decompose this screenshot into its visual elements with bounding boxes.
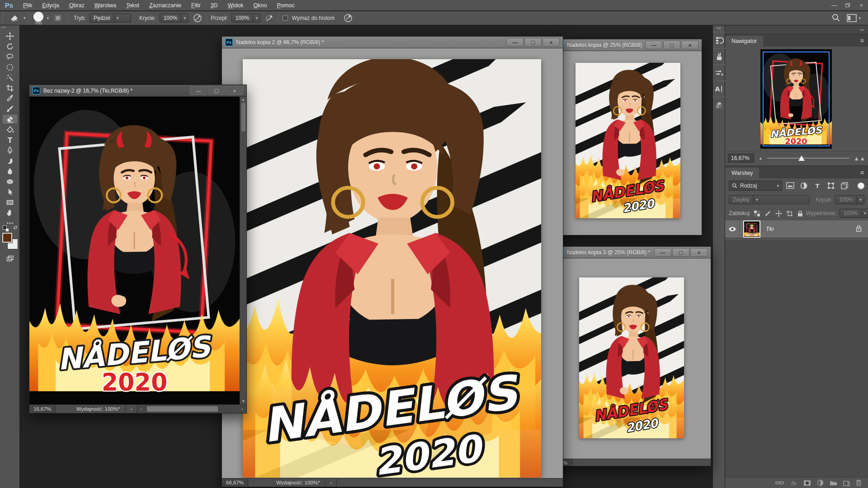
pixel-layer-filter-icon[interactable] bbox=[785, 181, 796, 191]
color-wheel-icon[interactable] bbox=[713, 97, 726, 113]
tool-elliptical-marquee[interactable] bbox=[2, 62, 18, 72]
status-options-arrow[interactable]: › bbox=[326, 479, 337, 487]
opacity-dropdown[interactable]: 100%▾ bbox=[160, 14, 189, 23]
layer-name[interactable]: Tło bbox=[766, 226, 774, 232]
scroll-down-arrow[interactable]: ▲ bbox=[241, 399, 245, 404]
tool-rotate-view[interactable] bbox=[2, 41, 18, 52]
search-icon[interactable] bbox=[831, 13, 840, 23]
link-icon[interactable] bbox=[775, 480, 784, 486]
layer-row-tlo[interactable]: Tło bbox=[725, 220, 868, 238]
layer-thumbnail[interactable] bbox=[743, 221, 760, 238]
app-minimize-button[interactable]: — bbox=[827, 0, 841, 10]
document-window-nadelos-kopia[interactable]: Ps Nadelos kopia @ 25% (RGB/8) * — ▢ × bbox=[552, 39, 702, 235]
type-filter-icon[interactable]: T bbox=[812, 181, 823, 191]
maximize-button[interactable]: ▢ bbox=[524, 38, 542, 47]
lock-all-icon[interactable] bbox=[797, 210, 803, 217]
tool-blur[interactable] bbox=[2, 166, 18, 176]
tool-lasso[interactable] bbox=[2, 52, 18, 62]
canvas-pasteboard[interactable] bbox=[553, 258, 711, 459]
app-close-button[interactable]: × bbox=[854, 0, 868, 10]
scrollbar-thumb[interactable] bbox=[147, 406, 217, 412]
scrollbar-thumb[interactable] bbox=[241, 103, 245, 131]
adjustment-layer-icon[interactable] bbox=[817, 479, 824, 486]
menu-plik[interactable]: Plik bbox=[18, 1, 37, 10]
options-gripper[interactable] bbox=[3, 14, 5, 23]
shape-filter-icon[interactable] bbox=[826, 181, 836, 191]
document-window-bez-nazwy-2[interactable]: Ps Bez nazwy-2 @ 16,7% (Tło,RGB/8) * — ▢… bbox=[29, 84, 247, 413]
menu-pomoc[interactable]: Pomoc bbox=[272, 1, 299, 10]
canvas-pasteboard[interactable] bbox=[553, 51, 702, 235]
menu-warstwa[interactable]: Warstwa bbox=[90, 1, 121, 10]
tool-brush[interactable] bbox=[2, 103, 18, 114]
navigator-zoom-field[interactable]: 16,67% bbox=[728, 154, 754, 163]
horizontal-scrollbar[interactable]: ‹ › bbox=[137, 405, 246, 413]
menu-widok[interactable]: Widok bbox=[223, 1, 249, 10]
delete-layer-icon[interactable] bbox=[856, 479, 862, 486]
canvas-pasteboard[interactable] bbox=[222, 48, 563, 478]
zoom-level[interactable]: 66,67% bbox=[222, 479, 248, 487]
foreground-color-swatch[interactable] bbox=[2, 233, 12, 243]
tool-smudge[interactable] bbox=[2, 155, 18, 166]
pressure-opacity-icon[interactable] bbox=[192, 13, 203, 23]
menu-zaznaczanie[interactable]: Zaznaczanie bbox=[144, 1, 186, 10]
scroll-left-arrow[interactable]: ‹ bbox=[137, 405, 145, 413]
workspace-switcher-icon[interactable]: ▾ bbox=[847, 14, 861, 22]
tab-warstwy[interactable]: Warstwy bbox=[725, 168, 759, 178]
lock-position-icon[interactable] bbox=[775, 210, 782, 217]
tool-sponge[interactable] bbox=[2, 176, 18, 187]
document-window-nadelos-kopia-3[interactable]: Ps Nadelos kopia 3 @ 25% (RGB/8) * — ▢ ×… bbox=[552, 246, 711, 466]
document-window-nadelos-kopia-2[interactable]: Ps Nadelos kopia 2 @ 66,7% (RGB/8) * — ▢… bbox=[222, 36, 563, 487]
adjustment-filter-icon[interactable] bbox=[798, 181, 809, 191]
layer-opacity-dropdown[interactable]: 100%▾ bbox=[835, 195, 864, 204]
artwork-canvas[interactable] bbox=[579, 277, 684, 438]
minimize-button[interactable]: — bbox=[190, 86, 207, 95]
brush-preview-icon[interactable]: 700 bbox=[33, 11, 43, 25]
window-title-bar[interactable]: Ps Nadelos kopia 3 @ 25% (RGB/8) * — ▢ × bbox=[553, 247, 711, 258]
panel-menu-icon[interactable]: ≡ bbox=[856, 37, 868, 44]
flow-dropdown[interactable]: 100%▾ bbox=[231, 14, 261, 23]
blend-mode-dropdown[interactable]: Zwykły▾ bbox=[729, 195, 810, 204]
canvas[interactable] bbox=[29, 97, 240, 404]
tool-move[interactable] bbox=[2, 31, 18, 41]
mode-dropdown[interactable]: Pędzel▾ bbox=[90, 14, 131, 23]
airbrush-icon[interactable] bbox=[264, 13, 275, 23]
minimize-button[interactable]: — bbox=[654, 248, 671, 257]
lock-paint-icon[interactable] bbox=[764, 210, 771, 217]
slider-thumb[interactable] bbox=[798, 155, 805, 161]
menu-3d[interactable]: 3D bbox=[206, 1, 223, 10]
maximize-button[interactable]: ▢ bbox=[208, 86, 225, 95]
color-swatches[interactable]: ⇄ bbox=[2, 231, 18, 249]
smart-object-filter-icon[interactable] bbox=[839, 181, 850, 191]
navigator-zoom-slider[interactable] bbox=[767, 155, 849, 161]
tool-rectangle[interactable] bbox=[2, 197, 18, 207]
lock-artboard-icon[interactable] bbox=[786, 210, 793, 217]
brush-settings-icon[interactable] bbox=[713, 64, 726, 80]
navigator-thumbnail[interactable] bbox=[760, 49, 832, 149]
window-title-bar[interactable]: Ps Bez nazwy-2 @ 16,7% (Tło,RGB/8) * — ▢… bbox=[29, 85, 246, 97]
eraser-preset-icon[interactable] bbox=[9, 13, 20, 23]
toggle-brush-panel-icon[interactable] bbox=[52, 13, 63, 23]
history-icon[interactable] bbox=[713, 32, 726, 48]
window-title-bar[interactable]: Ps Nadelos kopia @ 25% (RGB/8) * — ▢ × bbox=[553, 39, 702, 51]
panel-menu-icon[interactable]: ≡ bbox=[856, 169, 868, 176]
character-icon[interactable]: A bbox=[713, 80, 726, 97]
tool-eraser[interactable] bbox=[2, 114, 18, 124]
toolbar-collapse-icon[interactable]: »» bbox=[0, 25, 19, 31]
scroll-right-arrow[interactable]: › bbox=[238, 405, 246, 413]
tool-eyedropper[interactable] bbox=[2, 93, 18, 103]
minimize-button[interactable]: — bbox=[645, 41, 662, 49]
swap-colors-icon[interactable]: ⇄ bbox=[13, 225, 17, 230]
status-options-arrow[interactable]: › bbox=[126, 405, 137, 413]
zoom-in-icon[interactable]: ▲▲ bbox=[854, 155, 865, 162]
zoom-level[interactable]: 16,67% bbox=[29, 405, 56, 413]
brush-preview-chevron[interactable]: ▾ bbox=[47, 16, 49, 20]
artwork-canvas[interactable] bbox=[243, 59, 541, 478]
maximize-button[interactable]: ▢ bbox=[672, 248, 689, 257]
scroll-up-arrow[interactable]: ▲ bbox=[241, 98, 245, 102]
app-restore-button[interactable] bbox=[841, 0, 854, 10]
layer-filter-dropdown[interactable]: Rodzaj ▾ bbox=[729, 181, 782, 191]
menu-okno[interactable]: Okno bbox=[249, 1, 272, 10]
erase-history-checkbox[interactable] bbox=[283, 15, 288, 21]
zoom-out-icon[interactable]: ▲ bbox=[759, 156, 763, 160]
menu-obraz[interactable]: Obraz bbox=[64, 1, 90, 10]
